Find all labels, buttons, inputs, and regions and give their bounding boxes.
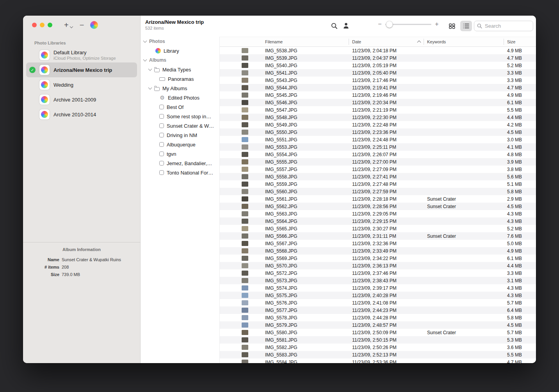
- table-row[interactable]: IMG_5579.JPG 11/23/09, 2:48:57 PM 4.5 MB: [220, 321, 536, 329]
- tree-item[interactable]: Jemez, Bandalier,…: [141, 159, 219, 168]
- cell-date: 11/23/09, 2:05:40 PM: [349, 70, 424, 76]
- table-row[interactable]: IMG_5559.JPG 11/23/09, 2:27:48 PM 5.1 MB: [220, 180, 536, 188]
- table-row[interactable]: IMG_5547.JPG 11/23/09, 2:21:19 PM 5.5 MB: [220, 106, 536, 114]
- table-row[interactable]: IMG_5582.JPG 11/23/09, 2:50:26 PM 3.6 MB: [220, 344, 536, 351]
- library-item[interactable]: Wedding: [26, 77, 137, 92]
- table-row[interactable]: IMG_5541.JPG 11/23/09, 2:05:40 PM 3.3 MB: [220, 69, 536, 77]
- person-button[interactable]: [341, 21, 351, 31]
- table-row[interactable]: IMG_5564.JPG 11/23/09, 2:29:15 PM 4.3 MB: [220, 217, 536, 225]
- library-item[interactable]: Arizona/New Mexico trip: [26, 62, 137, 77]
- fullscreen-button[interactable]: [48, 23, 52, 27]
- table-row[interactable]: IMG_5550.JPG 11/23/09, 2:23:36 PM 4.5 MB: [220, 128, 536, 136]
- table-row[interactable]: IMG_5568.JPG 11/23/09, 2:33:49 PM 4.9 MB: [220, 247, 536, 255]
- table-row[interactable]: IMG_5561.JPG 11/23/09, 2:28:18 PM Sunset…: [220, 195, 536, 203]
- photo-thumbnail: [242, 360, 248, 363]
- magnifier-circle-button[interactable]: [329, 21, 339, 31]
- zoom-slider-track[interactable]: [385, 24, 431, 25]
- grid-view-button[interactable]: [446, 21, 458, 31]
- search-field[interactable]: [474, 21, 533, 31]
- table-row[interactable]: IMG_5576.JPG 11/23/09, 2:41:08 PM 5.7 MB: [220, 299, 536, 306]
- zoom-slider-knob[interactable]: [386, 21, 393, 28]
- tree-item[interactable]: tgvn: [141, 149, 219, 159]
- tree-item[interactable]: Driving in NM: [141, 130, 219, 140]
- column-keywords[interactable]: Keywords: [424, 37, 504, 46]
- tree-item[interactable]: Library: [141, 46, 219, 55]
- table-row[interactable]: IMG_5562.JPG 11/23/09, 2:28:56 PM Sunset…: [220, 203, 536, 210]
- table-row[interactable]: IMG_5565.JPG 11/23/09, 2:30:27 PM 5.2 MB: [220, 225, 536, 232]
- tree-item[interactable]: Some rest stop in…: [141, 112, 219, 121]
- tree-item-label: Library: [164, 48, 179, 54]
- add-library-button[interactable]: +: [64, 21, 73, 29]
- cell-date: 11/23/09, 2:34:22 PM: [349, 256, 424, 261]
- library-item[interactable]: Default Library iCloud Photos, Optimize …: [26, 48, 137, 62]
- tree-item-label: Media Types: [162, 67, 191, 73]
- tree-item[interactable]: Albuquerque: [141, 140, 219, 149]
- table-row[interactable]: IMG_5538.JPG 11/23/09, 2:04:18 PM 4.9 MB: [220, 47, 536, 54]
- table-row[interactable]: IMG_5557.JPG 11/23/09, 2:27:09 PM 3.8 MB: [220, 166, 536, 173]
- table-row[interactable]: IMG_5560.JPG 11/23/09, 2:27:59 PM 5.8 MB: [220, 188, 536, 195]
- table-row[interactable]: IMG_5584.JPG 11/23/09, 2:53:36 PM 4.7 MB: [220, 358, 536, 363]
- table-row[interactable]: IMG_5555.JPG 11/23/09, 2:27:00 PM 3.9 MB: [220, 158, 536, 166]
- table-row[interactable]: IMG_5553.JPG 11/23/09, 2:25:11 PM 4.1 MB: [220, 143, 536, 151]
- table-row[interactable]: IMG_5543.JPG 11/23/09, 2:17:46 PM 3.3 MB: [220, 77, 536, 84]
- tree-item[interactable]: Sunset Crater & W…: [141, 121, 219, 130]
- table-row[interactable]: IMG_5572.JPG 11/23/09, 2:37:46 PM 3.3 MB: [220, 269, 536, 277]
- minimize-button[interactable]: [40, 23, 45, 27]
- photo-thumbnail: [242, 100, 248, 105]
- column-filename[interactable]: Filename: [262, 37, 349, 46]
- tree-item[interactable]: Panoramas: [141, 74, 219, 84]
- tree-item[interactable]: Tonto National For…: [141, 168, 219, 177]
- table-row[interactable]: IMG_5577.JPG 11/23/09, 2:44:23 PM 6.4 MB: [220, 306, 536, 314]
- cell-date: 11/23/09, 2:30:27 PM: [349, 226, 424, 232]
- table-row[interactable]: IMG_5558.JPG 11/23/09, 2:27:41 PM 5.6 MB: [220, 173, 536, 180]
- column-thumbnail[interactable]: [220, 37, 262, 46]
- tree-item[interactable]: Photos: [141, 37, 219, 46]
- close-button[interactable]: [32, 23, 37, 27]
- table-row[interactable]: IMG_5580.JPG 11/23/09, 2:50:09 PM Sunset…: [220, 329, 536, 336]
- remove-library-button[interactable]: −: [80, 21, 84, 29]
- cell-date: 11/23/09, 2:44:23 PM: [349, 308, 424, 313]
- table-row[interactable]: IMG_5567.JPG 11/23/09, 2:32:36 PM 5.0 MB: [220, 240, 536, 247]
- tree-item[interactable]: Best Of: [141, 102, 219, 112]
- table-row[interactable]: IMG_5570.JPG 11/23/09, 2:36:13 PM 4.4 MB: [220, 262, 536, 269]
- search-input[interactable]: [484, 23, 530, 29]
- table-row[interactable]: IMG_5573.JPG 11/23/09, 2:38:43 PM 3.1 MB: [220, 277, 536, 284]
- table-row[interactable]: IMG_5583.JPG 11/23/09, 2:52:13 PM 5.5 MB: [220, 351, 536, 358]
- tree-item-label: tgvn: [167, 151, 176, 157]
- table-row[interactable]: IMG_5545.JPG 11/23/09, 2:19:46 PM 4.9 MB: [220, 91, 536, 99]
- table-row[interactable]: IMG_5581.JPG 11/23/09, 2:50:15 PM 5.3 MB: [220, 336, 536, 344]
- zoom-in-icon[interactable]: [434, 21, 439, 27]
- library-item[interactable]: Archive 2001-2009: [26, 92, 137, 107]
- table-row[interactable]: IMG_5563.JPG 11/23/09, 2:29:05 PM 4.3 MB: [220, 210, 536, 217]
- album-info-value: 739.0 MB: [62, 272, 137, 277]
- table-row[interactable]: IMG_5554.JPG 11/23/09, 2:26:07 PM 4.8 MB: [220, 151, 536, 158]
- table-row[interactable]: IMG_5551.JPG 11/23/09, 2:24:48 PM 3.0 MB: [220, 136, 536, 143]
- table-row[interactable]: IMG_5569.JPG 11/23/09, 2:34:22 PM 6.1 MB: [220, 255, 536, 262]
- table-row[interactable]: IMG_5546.JPG 11/23/09, 2:20:34 PM 6.1 MB: [220, 99, 536, 106]
- cell-filename: IMG_5563.JPG: [262, 211, 349, 217]
- column-size[interactable]: Size: [504, 37, 536, 46]
- table-row[interactable]: IMG_5540.JPG 11/23/09, 2:05:19 PM 5.2 MB: [220, 62, 536, 69]
- list-view-button[interactable]: [460, 21, 472, 31]
- cell-filename: IMG_5539.JPG: [262, 55, 349, 61]
- open-in-photos-button[interactable]: [90, 21, 98, 29]
- table-row[interactable]: IMG_5575.JPG 11/23/09, 2:40:28 PM 4.3 MB: [220, 292, 536, 299]
- tree-item[interactable]: Media Types: [141, 65, 219, 74]
- column-date[interactable]: Date: [349, 37, 424, 46]
- table-row[interactable]: IMG_5578.JPG 11/23/09, 2:44:28 PM 5.8 MB: [220, 314, 536, 321]
- album-icon: [159, 142, 164, 147]
- table-row[interactable]: IMG_5549.JPG 11/23/09, 2:22:48 PM 4.2 MB: [220, 121, 536, 128]
- zoom-out-icon[interactable]: [377, 21, 382, 27]
- tree-item[interactable]: My Albums: [141, 84, 219, 93]
- tree-item[interactable]: Albums: [141, 55, 219, 65]
- cell-date: 11/23/09, 2:22:30 PM: [349, 115, 424, 120]
- table-row[interactable]: IMG_5574.JPG 11/23/09, 2:39:17 PM 4.3 MB: [220, 284, 536, 292]
- tree-item[interactable]: Edited Photos: [141, 93, 219, 102]
- photo-thumbnail: [242, 85, 248, 90]
- table-row[interactable]: IMG_5566.JPG 11/23/09, 2:31:11 PM Sunset…: [220, 232, 536, 240]
- library-item[interactable]: Archive 2010-2014: [26, 107, 137, 122]
- table-row[interactable]: IMG_5544.JPG 11/23/09, 2:19:41 PM 4.7 MB: [220, 84, 536, 91]
- library-name: Archive 2001-2009: [53, 97, 96, 103]
- table-row[interactable]: IMG_5548.JPG 11/23/09, 2:22:30 PM 4.4 MB: [220, 114, 536, 121]
- table-row[interactable]: IMG_5539.JPG 11/23/09, 2:04:37 PM 4.7 MB: [220, 54, 536, 62]
